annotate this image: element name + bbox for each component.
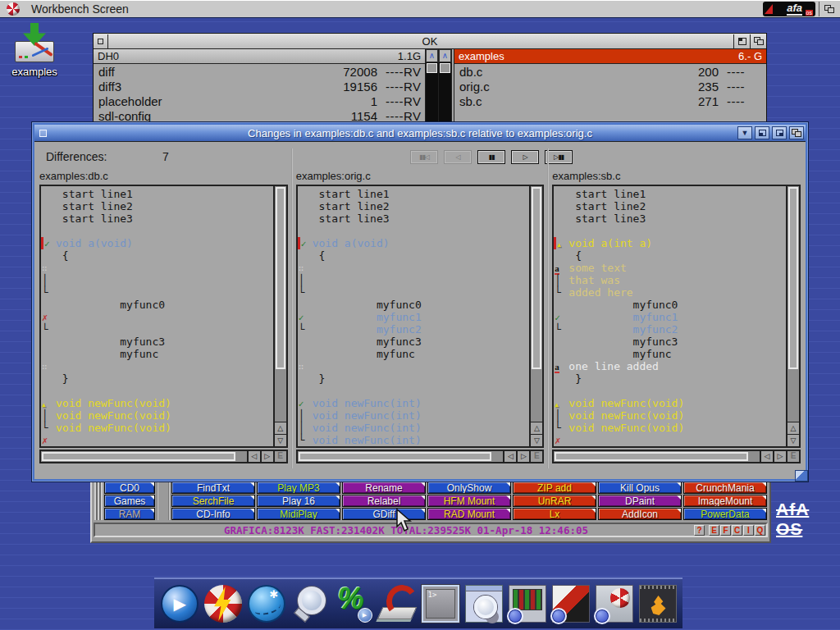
toolbar-column-1: FindTxtSerchFileCD-Info (171, 476, 256, 522)
toolbar-button-findtxt[interactable]: FindTxt (171, 482, 255, 494)
file-row[interactable]: db.c200---- (454, 65, 766, 80)
chip-monitor-icon[interactable] (639, 585, 677, 623)
horizontal-scrollbar[interactable] (552, 450, 761, 463)
toolbar-button-hfm-mount[interactable]: HFM Mount (427, 495, 511, 507)
status-button-f[interactable]: F (720, 525, 731, 536)
scroll-left-icon[interactable]: ◁ (504, 450, 518, 463)
code-line: myfunc3 (554, 336, 786, 348)
scroll-corner-button[interactable]: E (531, 450, 544, 463)
magnifier-icon[interactable] (291, 585, 329, 623)
toolbar-button-ram[interactable]: RAM (104, 508, 155, 520)
panel-header-examples[interactable]: examples 6.- G (454, 49, 766, 64)
status-button-q[interactable]: Q (755, 525, 765, 536)
multiview-icon[interactable] (335, 585, 372, 623)
screen-prefs-icon[interactable] (509, 585, 546, 623)
diff-nav-button-0[interactable]: ▮▮◁ (410, 150, 438, 164)
scroll-up-icon[interactable]: ∧ (439, 49, 451, 62)
horizontal-scrollbar[interactable] (296, 450, 505, 463)
toolbar-button-rad-mount[interactable]: RAD Mount (427, 508, 511, 520)
scroll-right-icon[interactable]: ▷ (774, 450, 788, 463)
screen-titlebar[interactable]: Workbench Screen afa os (0, 0, 840, 18)
iconify-gadget[interactable]: ▼ (737, 126, 752, 139)
cross-marker-icon: ✗ (554, 434, 564, 446)
scroll-right-icon[interactable]: ▷ (262, 450, 275, 463)
code-line: myfunc (298, 348, 530, 360)
file-row[interactable]: diff319156----RV (94, 80, 425, 94)
close-gadget[interactable] (94, 34, 108, 48)
horizontal-scrollbar[interactable] (39, 450, 249, 463)
status-button-e[interactable]: E (709, 525, 719, 536)
shrink-gadget[interactable] (772, 126, 787, 139)
flag-tool-icon[interactable] (552, 585, 590, 623)
shell-icon[interactable] (422, 585, 459, 623)
scroll-up-icon[interactable]: △ (531, 422, 542, 434)
file-row[interactable]: placeholder1----RV (94, 94, 425, 109)
file-size: 19156 (316, 80, 377, 94)
desktop-icon-examples[interactable]: examples (5, 23, 64, 78)
toolbar-button-rename[interactable]: Rename (342, 482, 426, 494)
resize-gadget[interactable] (795, 470, 808, 482)
depth-icon (754, 37, 764, 45)
toolbar-button-kill-opus[interactable]: Kill Opus (598, 482, 682, 494)
vertical-scrollbar[interactable]: △▽ (274, 185, 288, 448)
scroll-right-icon[interactable]: ▷ (518, 450, 531, 463)
toolbar-button-lx[interactable]: Lx (513, 508, 596, 520)
scroll-up-icon[interactable]: ∧ (426, 49, 438, 62)
scroll-corner-button[interactable]: E (275, 450, 288, 463)
screen-depth-gadget[interactable] (819, 2, 838, 16)
toolbar-button-play-mp3[interactable]: Play MP3 (257, 482, 340, 494)
find-window-icon[interactable] (465, 585, 503, 623)
code-line: ✓void a(void) (298, 237, 530, 249)
scroll-left-icon[interactable]: ◁ (249, 450, 262, 463)
toolbar-button-onlyshow[interactable]: OnlyShow (427, 482, 511, 494)
toolbar-button-gdiff[interactable]: GDiff (342, 508, 426, 520)
file-row[interactable]: orig.c235---- (454, 80, 766, 94)
scroll-up-icon[interactable]: △ (275, 422, 286, 434)
notes-icon[interactable] (378, 585, 416, 623)
toolbar-button-unrar[interactable]: UnRAR (513, 495, 596, 507)
ok-window-titlebar[interactable]: OK (94, 34, 766, 49)
status-button-i[interactable]: I (743, 525, 754, 536)
toolbar-button-relabel[interactable]: Relabel (342, 495, 426, 507)
depth-gadget[interactable] (750, 34, 766, 48)
diff-nav-button-2[interactable]: ▮▮ (477, 150, 505, 164)
toolbar-button-crunchmania[interactable]: CrunchMania (683, 482, 767, 494)
toolbar-button-dpaint[interactable]: DPaint (598, 495, 682, 507)
toolbar-button-cd0[interactable]: CD0 (104, 482, 155, 494)
toolbar-button-zip-add[interactable]: ZIP add (513, 482, 596, 494)
scroll-down-icon[interactable]: ▽ (275, 434, 286, 446)
boing-lightning-icon[interactable] (204, 585, 242, 623)
toolbar-button-powerdata[interactable]: PowerData (683, 508, 767, 520)
toolbar-button-cd-info[interactable]: CD-Info (171, 508, 255, 520)
toolbar-drag-handle[interactable] (94, 477, 103, 520)
close-gadget[interactable] (34, 125, 51, 141)
status-button-?[interactable]: ? (694, 525, 705, 536)
zoom-gadget[interactable] (755, 126, 769, 139)
panel-header-dh0[interactable]: DH0 1.1G (94, 49, 425, 64)
toolbar-button-midiplay[interactable]: MidiPlay (257, 508, 340, 520)
diff-nav-button-3[interactable]: ▷ (511, 150, 539, 164)
toolbar-button-imagemount[interactable]: ImageMount (683, 495, 767, 507)
zoom-gadget[interactable] (733, 34, 750, 48)
vertical-scrollbar[interactable]: △▽ (530, 185, 544, 448)
scroll-down-icon[interactable]: ▽ (788, 434, 799, 446)
code-line: { (41, 249, 273, 262)
depth-gadget[interactable] (789, 126, 804, 139)
status-button-c[interactable]: C (732, 525, 742, 536)
diff-nav-button-1[interactable]: ◁ (444, 150, 472, 164)
vertical-scrollbar[interactable]: △▽ (787, 185, 801, 448)
diff-window-titlebar[interactable]: Changes in examples:db.c and examples:sb… (34, 125, 806, 141)
boing-window-icon[interactable] (596, 585, 633, 623)
toolbar-button-addicon[interactable]: AddIcon (598, 508, 682, 520)
globe-icon[interactable] (248, 585, 285, 623)
scroll-left-icon[interactable]: ◁ (761, 450, 774, 463)
toolbar-button-games[interactable]: Games (104, 495, 155, 507)
media-play-icon[interactable] (161, 585, 199, 623)
toolbar-button-serchfile[interactable]: SerchFile (171, 495, 255, 507)
file-row[interactable]: sb.c271---- (454, 94, 766, 109)
scroll-down-icon[interactable]: ▽ (531, 434, 542, 446)
scroll-corner-button[interactable]: E (788, 450, 801, 463)
file-row[interactable]: diff72008----RV (94, 65, 425, 80)
scroll-up-icon[interactable]: △ (788, 422, 799, 434)
toolbar-button-play-16[interactable]: Play 16 (257, 495, 340, 507)
